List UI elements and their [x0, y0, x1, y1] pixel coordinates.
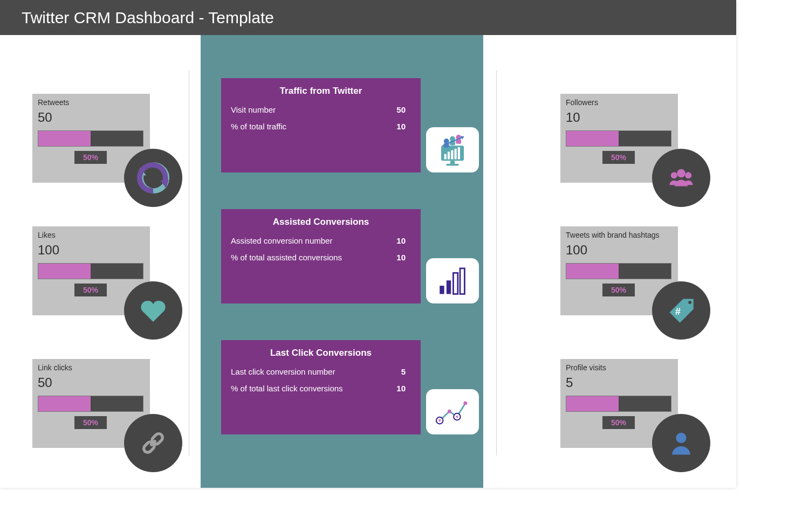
row-label: Visit number [231, 105, 276, 114]
row-value: 10 [396, 236, 411, 245]
progress-rest [91, 131, 143, 146]
svg-rect-30 [453, 273, 457, 294]
svg-point-34 [448, 410, 451, 413]
svg-rect-28 [440, 286, 444, 294]
link-icon [124, 414, 182, 472]
kpi-percent: 50% [602, 284, 635, 296]
svg-rect-31 [460, 268, 464, 294]
kpi-percent: 50% [602, 416, 635, 429]
kpi-percent: 50% [74, 284, 107, 296]
row-value: 50 [396, 105, 411, 114]
card-assisted: Assisted Conversions Assisted conversion… [221, 209, 421, 303]
progress-bar [38, 130, 143, 147]
row-value: 5 [401, 367, 411, 376]
divider-left [189, 70, 189, 455]
row-value: 10 [396, 384, 411, 393]
svg-rect-17 [451, 150, 453, 160]
kpi-label: Profile visits [566, 363, 673, 372]
svg-point-11 [676, 433, 686, 443]
row-label: Last click conversion number [231, 367, 335, 376]
kpi-value: 50 [38, 110, 145, 125]
progress-fill [566, 396, 619, 411]
svg-point-33 [438, 419, 441, 422]
svg-rect-29 [447, 280, 451, 294]
svg-point-6 [685, 172, 691, 178]
progress-fill [38, 396, 91, 411]
card-traffic: Traffic from Twitter Visit number 50 % o… [221, 78, 421, 172]
dashboard-canvas: Twitter CRM Dashboard - Template Retweet… [0, 0, 736, 488]
kpi-value: 10 [566, 110, 673, 125]
svg-rect-13 [450, 161, 455, 164]
row-value: 10 [396, 122, 411, 131]
line-chart-badge-icon [426, 389, 479, 434]
kpi-link-clicks: Link clicks 50 50% [32, 359, 150, 448]
traffic-badge-icon [426, 127, 479, 172]
svg-point-36 [456, 416, 458, 418]
heart-icon [124, 281, 182, 340]
progress-rest [91, 396, 143, 411]
title-text: Twitter CRM Dashboard - Template [22, 9, 274, 27]
kpi-profile-visits: Profile visits 5 50% [560, 359, 678, 448]
svg-rect-14 [447, 164, 458, 166]
kpi-percent: 50% [74, 416, 107, 429]
profile-icon [652, 414, 710, 472]
progress-bar [566, 263, 671, 279]
progress-rest [619, 264, 671, 279]
progress-bar [38, 396, 143, 412]
progress-fill [38, 131, 91, 146]
kpi-brand-hashtags: Tweets with brand hashtags 100 50% # [560, 226, 678, 315]
progress-fill [38, 264, 91, 279]
retweet-icon [124, 149, 182, 207]
svg-rect-18 [455, 149, 457, 160]
progress-fill [566, 131, 619, 146]
svg-point-5 [671, 172, 677, 178]
kpi-value: 100 [38, 243, 145, 258]
kpi-percent: 50% [602, 151, 635, 164]
kpi-retweets: Retweets 50 50% [32, 94, 150, 183]
svg-point-8 [688, 301, 691, 304]
progress-rest [619, 396, 671, 411]
card-row: % of total traffic 10 [231, 122, 411, 131]
divider-right [496, 70, 497, 455]
kpi-likes: Likes 100 50% [32, 226, 150, 315]
row-label: Assisted conversion number [231, 236, 332, 245]
card-row: Assisted conversion number 10 [231, 236, 411, 245]
kpi-label: Tweets with brand hashtags [566, 231, 673, 239]
progress-rest [619, 131, 671, 146]
kpi-followers: Followers 10 50% [560, 94, 678, 183]
card-title: Assisted Conversions [231, 217, 411, 227]
svg-point-7 [677, 169, 685, 178]
kpi-label: Followers [566, 98, 673, 107]
card-title: Traffic from Twitter [231, 86, 411, 96]
kpi-value: 5 [566, 375, 673, 390]
row-label: % of total traffic [231, 122, 286, 131]
bar-chart-badge-icon [426, 258, 479, 303]
card-title: Last Click Conversions [231, 348, 411, 358]
kpi-label: Link clicks [38, 363, 145, 372]
svg-rect-19 [458, 147, 460, 159]
progress-bar [566, 130, 671, 147]
row-label: % of total assisted conversions [231, 253, 342, 262]
progress-fill [566, 264, 619, 279]
followers-icon [652, 149, 710, 207]
card-row: Last click conversion number 5 [231, 367, 411, 376]
kpi-label: Retweets [38, 98, 145, 107]
row-label: % of total last click conversions [231, 384, 343, 393]
row-value: 10 [396, 253, 411, 262]
svg-point-37 [463, 401, 467, 405]
svg-rect-16 [448, 152, 450, 160]
svg-text:#: # [675, 306, 681, 317]
progress-rest [91, 264, 143, 279]
progress-bar [38, 263, 143, 279]
card-row: % of total last click conversions 10 [231, 384, 411, 393]
kpi-value: 50 [38, 375, 145, 390]
page-title: Twitter CRM Dashboard - Template [0, 0, 736, 35]
progress-bar [566, 396, 671, 412]
hashtag-tag-icon: # [652, 281, 710, 340]
kpi-value: 100 [566, 243, 673, 258]
card-row: % of total assisted conversions 10 [231, 253, 411, 262]
svg-rect-15 [444, 154, 447, 160]
kpi-percent: 50% [74, 151, 107, 164]
card-lastclick: Last Click Conversions Last click conver… [221, 340, 421, 434]
kpi-label: Likes [38, 231, 145, 239]
